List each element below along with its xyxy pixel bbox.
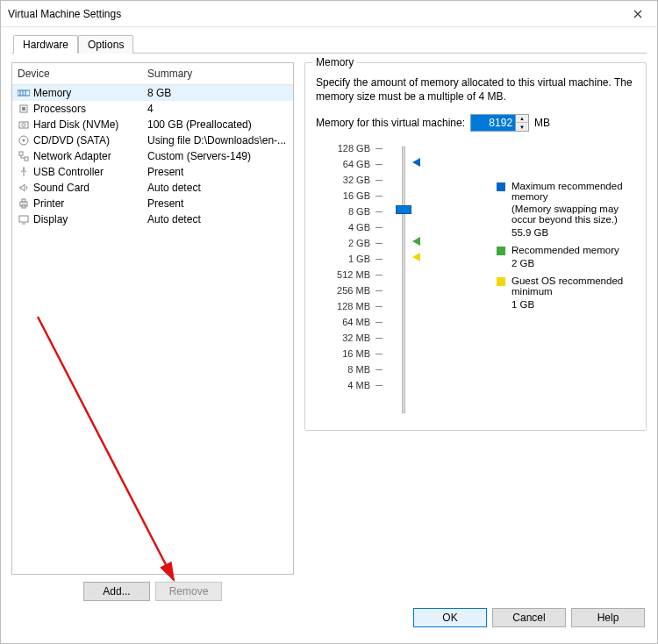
remove-button: Remove	[155, 582, 222, 601]
spin-down[interactable]: ▼	[516, 123, 528, 131]
disk-icon	[18, 118, 30, 131]
tab-options[interactable]: Options	[78, 35, 133, 54]
device-row-memory[interactable]: Memory 8 GB	[12, 85, 293, 101]
scale-tick: 2 GB	[314, 235, 391, 251]
marker-recommended	[412, 237, 420, 246]
usb-icon	[18, 166, 30, 178]
scale-tick: 4 MB	[314, 377, 391, 393]
scale-tick: 128 GB	[314, 140, 391, 156]
spin-up[interactable]: ▲	[516, 115, 528, 123]
header-summary: Summary	[147, 68, 192, 80]
memory-groupbox: Memory Specify the amount of memory allo…	[304, 62, 647, 431]
scale-tick: 8 MB	[314, 361, 391, 377]
memory-description: Specify the amount of memory allocated t…	[316, 75, 635, 104]
disc-icon	[18, 134, 30, 147]
scale-tick: 512 MB	[314, 267, 391, 283]
svg-rect-11	[25, 157, 28, 161]
device-list-header: Device Summary	[12, 63, 293, 85]
ok-button[interactable]: OK	[413, 608, 487, 627]
device-row-processors[interactable]: Processors 4	[12, 101, 293, 117]
device-list[interactable]: Device Summary Memory 8 GB Processors 4 …	[11, 62, 294, 575]
legend-recommended: Recommended memory 2 GB	[497, 245, 637, 268]
scale-tick: 64 MB	[314, 314, 391, 330]
svg-point-7	[22, 124, 25, 127]
network-icon	[18, 150, 30, 162]
device-row-harddisk[interactable]: Hard Disk (NVMe) 100 GB (Preallocated)	[12, 117, 293, 132]
memory-scale: 128 GB64 GB32 GB16 GB8 GB4 GB2 GB1 GB512…	[314, 139, 391, 393]
hardware-panel: Device Summary Memory 8 GB Processors 4 …	[11, 62, 294, 601]
svg-rect-0	[18, 90, 30, 96]
svg-rect-10	[19, 152, 23, 155]
scale-tick: 256 MB	[314, 283, 391, 298]
scale-tick: 16 MB	[314, 346, 391, 361]
scale-tick: 1 GB	[314, 251, 391, 267]
device-buttons: Add... Remove	[11, 582, 294, 601]
marker-max	[412, 158, 420, 167]
scale-tick: 4 GB	[314, 219, 391, 235]
tab-bar: Hardware Options	[11, 34, 647, 54]
slider-track[interactable]	[402, 147, 405, 413]
square-yellow-icon	[497, 277, 505, 286]
scale-tick: 16 GB	[314, 188, 391, 204]
cpu-icon	[18, 103, 30, 115]
memory-unit: MB	[534, 117, 550, 129]
cancel-button[interactable]: Cancel	[492, 608, 566, 627]
memory-icon	[18, 87, 30, 99]
tab-hardware[interactable]: Hardware	[13, 35, 78, 54]
scale-tick: 64 GB	[314, 156, 391, 172]
scale-tick: 32 MB	[314, 330, 391, 346]
printer-icon	[18, 197, 30, 210]
window-title: Virtual Machine Settings	[8, 8, 121, 20]
memory-group-title: Memory	[312, 56, 357, 68]
scale-tick: 32 GB	[314, 172, 391, 188]
scale-tick: 128 MB	[314, 298, 391, 314]
memory-spinbox[interactable]: ▲ ▼	[470, 114, 529, 132]
device-row-cddvd[interactable]: CD/DVD (SATA) Using file D:\Downloads\en…	[12, 132, 293, 148]
display-icon	[18, 213, 30, 225]
legend-max: Maximum recommended memory (Memory swapp…	[497, 181, 637, 238]
dialog-content: Hardware Options Device Summary Memory 8…	[1, 27, 657, 643]
svg-rect-14	[22, 199, 25, 202]
svg-rect-16	[19, 216, 28, 222]
square-blue-icon	[497, 182, 505, 191]
help-button[interactable]: Help	[571, 608, 645, 627]
svg-point-9	[23, 140, 25, 142]
memory-panel: Memory Specify the amount of memory allo…	[304, 62, 647, 601]
memory-input-label: Memory for this virtual machine:	[316, 117, 465, 129]
device-row-display[interactable]: Display Auto detect	[12, 211, 293, 227]
legend-minimum: Guest OS recommended minimum 1 GB	[497, 275, 637, 310]
add-button[interactable]: Add...	[83, 582, 150, 601]
slider-thumb[interactable]	[396, 205, 411, 214]
sound-icon	[18, 182, 30, 194]
memory-legend: Maximum recommended memory (Memory swapp…	[418, 139, 637, 393]
dialog-footer: OK Cancel Help	[11, 601, 647, 634]
scale-tick: 8 GB	[314, 204, 391, 219]
header-device: Device	[18, 68, 147, 80]
device-row-usb[interactable]: USB Controller Present	[12, 164, 293, 180]
memory-slider[interactable]	[391, 139, 418, 393]
marker-minimum	[412, 253, 420, 261]
memory-input[interactable]	[470, 114, 516, 132]
device-row-network[interactable]: Network Adapter Custom (Servers-149)	[12, 148, 293, 164]
square-green-icon	[497, 247, 505, 255]
titlebar: Virtual Machine Settings	[1, 1, 657, 27]
device-row-printer[interactable]: Printer Present	[12, 196, 293, 211]
device-row-sound[interactable]: Sound Card Auto detect	[12, 180, 293, 196]
svg-rect-5	[22, 107, 25, 111]
svg-point-12	[23, 168, 25, 169]
close-button[interactable]	[618, 1, 657, 26]
